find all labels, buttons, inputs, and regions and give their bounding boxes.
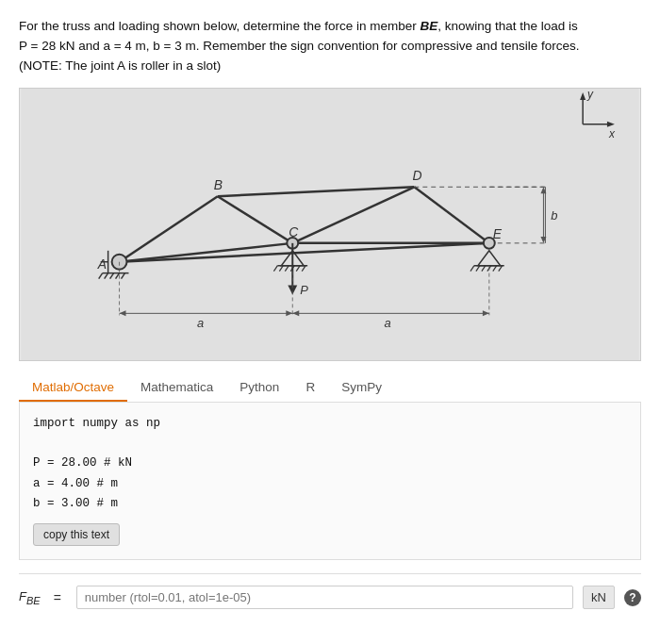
svg-text:E: E [493,226,503,241]
copy-button[interactable]: copy this text [33,523,120,546]
tab-mathematica[interactable]: Mathematica [127,374,226,402]
svg-text:B: B [214,177,223,192]
code-line-1: import numpy as np [33,414,627,434]
svg-text:b: b [551,208,557,223]
member-name: BE [420,19,437,33]
svg-point-23 [112,255,127,270]
code-panel: import numpy as np P = 28.00 # kN a = 4.… [19,403,641,560]
tabs-bar: Matlab/Octave Mathematica Python R SymPy [19,374,641,403]
help-icon[interactable]: ? [624,589,641,606]
svg-text:a: a [385,316,391,330]
tab-python[interactable]: Python [226,374,292,402]
truss-diagram: y x b [19,88,641,361]
answer-input[interactable] [76,586,573,609]
problem-text-3: P = 28 kN and a = 4 m, b = 3 m. Remember… [19,39,579,53]
truss-svg: y x b [20,89,640,360]
problem-text-2: , knowing that the load is [437,19,578,33]
answer-row: FBE = kN ? [19,573,641,609]
tab-sympy[interactable]: SymPy [328,374,395,402]
code-line-4: a = 4.00 # m [33,474,627,494]
svg-rect-0 [21,89,638,360]
svg-text:P: P [300,283,308,297]
svg-text:D: D [412,168,421,183]
code-block: import numpy as np P = 28.00 # kN a = 4.… [33,414,627,514]
answer-unit: kN [583,586,615,609]
problem-statement: For the truss and loading shown below, d… [19,17,641,76]
problem-text-1: For the truss and loading shown below, d… [19,19,420,33]
page: For the truss and loading shown below, d… [0,0,660,644]
answer-equals: = [54,590,61,605]
svg-text:C: C [289,224,299,239]
code-line-2 [33,434,627,454]
code-line-3: P = 28.00 # kN [33,454,627,473]
tab-matlab[interactable]: Matlab/Octave [19,374,127,402]
svg-text:A: A [97,256,107,271]
tab-r[interactable]: R [292,374,328,402]
answer-label: FBE [19,589,41,606]
svg-text:x: x [608,126,616,140]
svg-text:a: a [197,316,204,330]
svg-text:y: y [586,89,594,101]
code-line-5: b = 3.00 # m [33,494,627,514]
problem-text-4: (NOTE: The joint A is roller in a slot) [19,58,221,73]
